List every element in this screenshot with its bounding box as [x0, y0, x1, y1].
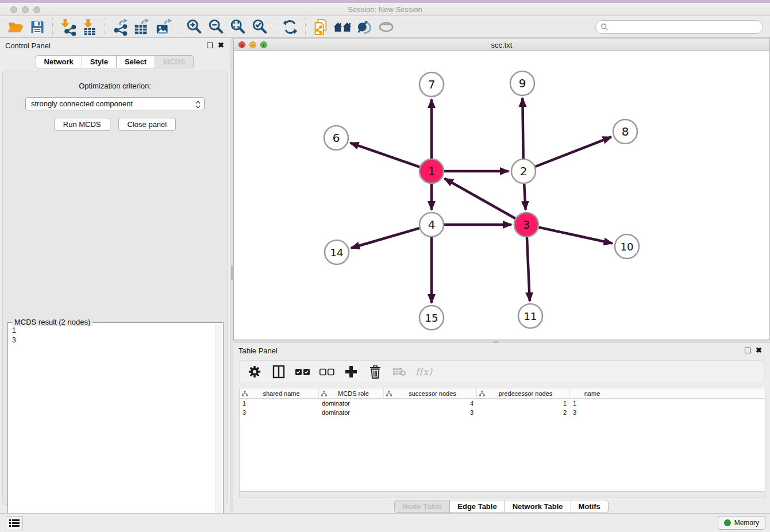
- main-toolbar: [0, 16, 770, 38]
- tab-select[interactable]: Select: [116, 55, 155, 68]
- close-panel-button[interactable]: Close panel: [118, 118, 176, 131]
- select-all-icon[interactable]: [295, 364, 311, 380]
- network-graph[interactable]: 1234678910111415: [234, 51, 769, 340]
- node-table[interactable]: shared nameMCDS rolesuccessor nodesprede…: [239, 388, 765, 492]
- table-cell[interactable]: dominator: [319, 408, 384, 418]
- table-cell[interactable]: 1: [570, 399, 618, 408]
- houses-icon[interactable]: [333, 18, 352, 36]
- export-network-icon[interactable]: [110, 18, 130, 36]
- edge-2-9[interactable]: [522, 98, 523, 159]
- task-history-button[interactable]: [6, 516, 23, 530]
- criterion-value: strongly connected component: [31, 99, 133, 108]
- tab-node-table[interactable]: Node Table: [394, 500, 450, 513]
- float-panel-icon[interactable]: [207, 43, 213, 48]
- import-network-icon[interactable]: [58, 18, 78, 36]
- hide-style-icon[interactable]: [355, 18, 374, 36]
- show-hide-eye-icon[interactable]: [376, 18, 396, 36]
- network-window-titlebar[interactable]: x − + scc.txt: [234, 38, 769, 51]
- table-toolbar: f(x): [239, 360, 764, 383]
- window-title: Session: New Session: [0, 5, 770, 14]
- close-table-panel-icon[interactable]: ✖: [756, 348, 762, 353]
- tab-motifs[interactable]: Motifs: [571, 500, 609, 513]
- table-cell[interactable]: 1: [240, 399, 319, 408]
- column-header-successor-nodes[interactable]: successor nodes: [384, 388, 477, 398]
- node-label-8: 8: [622, 125, 629, 138]
- run-mcds-button[interactable]: Run MCDS: [54, 118, 110, 131]
- node-label-10: 10: [621, 241, 634, 253]
- delete-column-trash-icon[interactable]: [367, 364, 383, 380]
- table-panel-title: Table Panel: [238, 346, 278, 355]
- optimization-criterion-label: Optimization criterion:: [3, 82, 227, 90]
- edge-2-8[interactable]: [535, 137, 611, 167]
- table-hscroll-strip[interactable]: [239, 492, 765, 498]
- table-row[interactable]: 1dominator411: [240, 399, 765, 408]
- table-cell[interactable]: 3: [570, 408, 618, 418]
- tab-mcds[interactable]: MCDS: [155, 55, 194, 68]
- memory-status-dot: [724, 519, 731, 526]
- column-header-name[interactable]: name: [570, 388, 618, 398]
- column-header-predecessor-nodes[interactable]: predecessor nodes: [477, 388, 570, 398]
- column-header-shared-name[interactable]: shared name: [240, 388, 319, 398]
- zoom-selected-icon[interactable]: [250, 18, 270, 36]
- window-titlebar: Session: New Session: [0, 0, 770, 16]
- edge-3-1[interactable]: [445, 179, 515, 218]
- deselect-all-icon[interactable]: [319, 364, 335, 380]
- delete-table-icon: [391, 364, 407, 380]
- node-label-1: 1: [428, 164, 436, 178]
- network-window: x − + scc.txt 1234678910111415: [233, 38, 770, 340]
- split-columns-icon[interactable]: [271, 364, 287, 380]
- control-panel-title: Control Panel: [5, 41, 51, 50]
- search-icon: [600, 23, 609, 31]
- tab-style[interactable]: Style: [82, 55, 117, 68]
- table-cell[interactable]: 3: [384, 408, 477, 418]
- criterion-dropdown[interactable]: strongly connected component: [25, 97, 205, 110]
- chevron-updown-icon: [195, 100, 201, 109]
- table-cell[interactable]: 1: [477, 399, 570, 408]
- search-input[interactable]: [611, 23, 763, 31]
- edge-4-14[interactable]: [351, 228, 419, 248]
- function-builder-icon: f(x): [415, 366, 432, 377]
- export-table-icon[interactable]: [132, 18, 152, 36]
- node-label-3: 3: [523, 218, 530, 232]
- toolbar-separator: [179, 18, 179, 36]
- float-table-panel-icon[interactable]: [745, 348, 750, 353]
- table-panel: Table Panel ✖: [233, 343, 770, 513]
- result-scrollbar[interactable]: [215, 324, 222, 532]
- edge-3-11[interactable]: [527, 237, 530, 301]
- close-panel-icon[interactable]: ✖: [218, 43, 224, 48]
- settings-gear-icon[interactable]: [247, 364, 263, 380]
- tab-network-table[interactable]: Network Table: [505, 500, 571, 513]
- table-cell[interactable]: 2: [477, 408, 570, 418]
- zoom-fit-icon[interactable]: [228, 18, 248, 36]
- open-folder-icon[interactable]: [6, 18, 25, 36]
- add-column-icon[interactable]: [343, 364, 359, 380]
- search-box[interactable]: [595, 20, 763, 34]
- table-header-row: shared nameMCDS rolesuccessor nodesprede…: [240, 388, 765, 399]
- edge-3-10[interactable]: [538, 228, 612, 244]
- zoom-out-icon[interactable]: [206, 18, 226, 36]
- table-cell[interactable]: dominator: [319, 399, 384, 408]
- table-cell[interactable]: 4: [384, 399, 477, 408]
- mcds-result-text: 1 3: [9, 324, 215, 532]
- node-label-4: 4: [428, 218, 436, 232]
- tab-edge-table[interactable]: Edge Table: [449, 500, 505, 513]
- edge-2-3[interactable]: [524, 184, 525, 210]
- zoom-in-icon[interactable]: [184, 18, 204, 36]
- node-label-14: 14: [330, 246, 344, 259]
- titlebar-accent-strip: [0, 0, 770, 3]
- list-icon: [9, 519, 20, 527]
- network-title: scc.txt: [234, 41, 769, 49]
- apply-layout-icon[interactable]: [280, 18, 300, 36]
- import-table-icon[interactable]: [80, 18, 99, 36]
- tab-network[interactable]: Network: [36, 55, 82, 68]
- toolbar-separator: [275, 18, 275, 36]
- export-image-icon[interactable]: [154, 18, 174, 36]
- network-canvas[interactable]: 1234678910111415: [234, 51, 769, 340]
- memory-button[interactable]: Memory: [718, 516, 765, 530]
- edge-1-6[interactable]: [351, 143, 420, 167]
- clone-network-icon[interactable]: [311, 18, 330, 36]
- table-row[interactable]: 3dominator323: [240, 408, 765, 418]
- table-cell[interactable]: 3: [240, 408, 319, 418]
- save-icon[interactable]: [28, 18, 47, 36]
- column-header-MCDS-role[interactable]: MCDS role: [319, 388, 384, 398]
